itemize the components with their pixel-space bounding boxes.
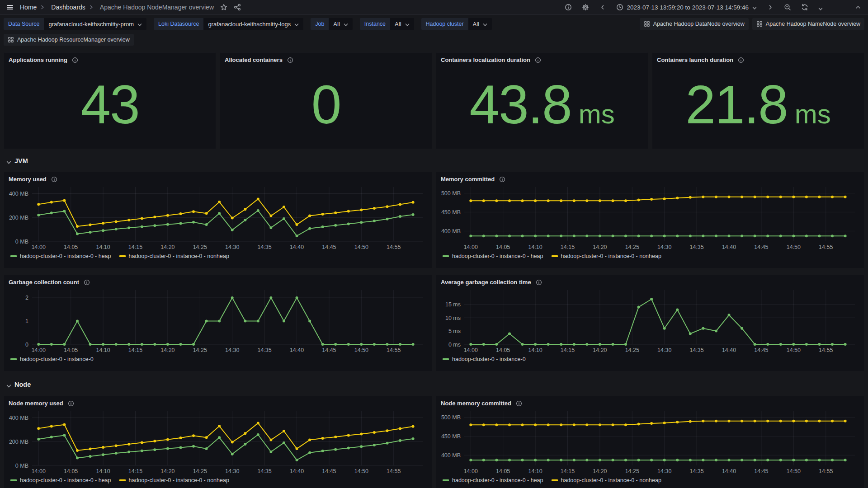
- svg-text:14:40: 14:40: [290, 244, 304, 250]
- panel-title[interactable]: Applications running: [9, 56, 67, 63]
- time-series-plot[interactable]: 14:0014:0514:1014:1514:2014:2514:3014:35…: [441, 286, 859, 354]
- legend-item[interactable]: hadoop-cluster-0 - instance-0 - nonheap: [119, 253, 229, 259]
- refresh-icon[interactable]: [801, 4, 808, 11]
- panel-title[interactable]: Node memory committed: [441, 400, 511, 407]
- info-icon[interactable]: [287, 57, 293, 63]
- legend-label: hadoop-cluster-0 - instance-0 - nonheap: [129, 253, 229, 259]
- svg-text:400 MB: 400 MB: [9, 415, 28, 421]
- svg-text:14:05: 14:05: [496, 468, 510, 474]
- time-series-plot[interactable]: 14:0014:0514:1014:1514:2014:2514:3014:35…: [441, 407, 859, 475]
- panel-title[interactable]: Garbage collection count: [9, 279, 79, 286]
- svg-text:14:55: 14:55: [819, 244, 833, 250]
- svg-text:14:50: 14:50: [787, 347, 801, 353]
- svg-text:14:00: 14:00: [464, 347, 478, 353]
- breadcrumb-dashboards[interactable]: Dashboards: [51, 4, 85, 11]
- legend-item[interactable]: hadoop-cluster-0 - instance-0 - heap: [443, 477, 543, 483]
- time-series-plot[interactable]: 14:0014:0514:1014:1514:2014:2514:3014:35…: [9, 407, 427, 475]
- panel-allocated-containers: Allocated containers 0: [220, 52, 432, 149]
- legend-label: hadoop-cluster-0 - instance-0 - heap: [452, 253, 543, 259]
- job-select[interactable]: All: [329, 18, 352, 30]
- panel-title[interactable]: Average garbage collection time: [441, 279, 531, 286]
- svg-text:14:05: 14:05: [64, 244, 78, 250]
- svg-text:14:05: 14:05: [64, 468, 78, 474]
- time-range-picker[interactable]: 2023-07-13 13:59:20 to 2023-07-13 14:59:…: [616, 4, 757, 11]
- chevron-left-icon[interactable]: [599, 4, 606, 11]
- info-icon[interactable]: [51, 176, 57, 183]
- legend-item[interactable]: hadoop-cluster-0 - instance-0 - heap: [443, 253, 543, 259]
- legend-swatch: [119, 479, 126, 481]
- chart-legend: hadoop-cluster-0 - instance-0 - heaphado…: [441, 475, 859, 483]
- info-icon[interactable]: [499, 176, 505, 183]
- legend-item[interactable]: hadoop-cluster-0 - instance-0 - nonheap: [552, 477, 661, 483]
- panel-title[interactable]: Node memory used: [9, 400, 63, 407]
- stat-panel-row: Applications running 43 Allocated contai…: [4, 52, 864, 149]
- svg-text:14:20: 14:20: [160, 468, 175, 474]
- svg-text:14:00: 14:00: [32, 244, 46, 250]
- panel-containers-localization-duration: Containers localization duration 43.8 ms: [436, 52, 648, 149]
- info-icon[interactable]: [535, 57, 541, 63]
- panel-title[interactable]: Memory used: [9, 176, 47, 183]
- link-resourcemanager-overview[interactable]: Apache Hadoop ResourceManager overview: [4, 34, 134, 46]
- info-circle-icon[interactable]: [565, 4, 572, 11]
- legend-item[interactable]: hadoop-cluster-0 - instance-0: [443, 356, 526, 362]
- panel-title[interactable]: Containers localization duration: [441, 56, 530, 63]
- stat-value: 0: [311, 77, 341, 131]
- section-node[interactable]: Node: [4, 379, 864, 390]
- time-series-plot[interactable]: 14:0014:0514:1014:1514:2014:2514:3014:35…: [9, 286, 427, 354]
- svg-text:14:30: 14:30: [657, 244, 671, 250]
- loki-datasource-select[interactable]: grafanacloud-keithschmitty-logs: [203, 18, 303, 30]
- menu-icon[interactable]: [6, 4, 14, 11]
- svg-text:14:00: 14:00: [32, 347, 46, 353]
- svg-text:5 ms: 5 ms: [448, 328, 461, 334]
- legend-item[interactable]: hadoop-cluster-0 - instance-0 - heap: [10, 253, 111, 259]
- chevron-right-icon[interactable]: [767, 4, 774, 11]
- legend-swatch: [443, 255, 449, 257]
- share-icon[interactable]: [234, 4, 241, 11]
- svg-text:14:55: 14:55: [819, 347, 833, 353]
- info-icon[interactable]: [516, 400, 522, 407]
- legend-item[interactable]: hadoop-cluster-0 - instance-0 - nonheap: [552, 253, 661, 259]
- caret-up-icon[interactable]: [854, 4, 862, 11]
- svg-text:14:15: 14:15: [128, 468, 142, 474]
- legend-label: hadoop-cluster-0 - instance-0 - nonheap: [561, 477, 661, 483]
- info-icon[interactable]: [84, 279, 90, 286]
- gear-icon[interactable]: [582, 4, 589, 11]
- instance-select[interactable]: All: [390, 18, 414, 30]
- apps-grid-icon: [8, 37, 14, 43]
- chevron-down-icon[interactable]: [818, 5, 823, 9]
- svg-text:14:40: 14:40: [290, 347, 304, 353]
- svg-text:14:35: 14:35: [257, 244, 271, 250]
- info-icon[interactable]: [72, 57, 78, 63]
- legend-item[interactable]: hadoop-cluster-0 - instance-0: [10, 356, 94, 362]
- panel-title[interactable]: Memory committed: [441, 176, 495, 183]
- legend-item[interactable]: hadoop-cluster-0 - instance-0 - nonheap: [119, 477, 229, 483]
- link-datanode-overview[interactable]: Apache Hadoop DataNode overview: [640, 18, 749, 30]
- info-icon[interactable]: [536, 279, 542, 286]
- time-series-plot[interactable]: 14:0014:0514:1014:1514:2014:2514:3014:35…: [441, 183, 859, 251]
- link-namenode-overview[interactable]: Apache Hadoop NameNode overview: [752, 18, 864, 30]
- panel-title[interactable]: Allocated containers: [225, 56, 283, 63]
- panel-title[interactable]: Containers launch duration: [657, 56, 733, 63]
- chart-legend: hadoop-cluster-0 - instance-0: [441, 354, 859, 362]
- legend-item[interactable]: hadoop-cluster-0 - instance-0 - heap: [10, 477, 111, 483]
- svg-text:15 ms: 15 ms: [445, 301, 461, 308]
- breadcrumb-current: Apache Hadoop NodeManager overview: [100, 4, 214, 11]
- svg-text:14:20: 14:20: [593, 347, 607, 353]
- svg-text:14:45: 14:45: [754, 347, 768, 353]
- info-icon[interactable]: [738, 57, 744, 63]
- star-icon[interactable]: [220, 4, 227, 11]
- info-icon[interactable]: [68, 400, 74, 407]
- breadcrumb-home[interactable]: Home: [20, 4, 37, 11]
- svg-text:10 ms: 10 ms: [445, 315, 461, 321]
- section-jvm[interactable]: JVM: [4, 155, 864, 167]
- svg-text:14:20: 14:20: [160, 244, 175, 250]
- svg-text:500 MB: 500 MB: [441, 414, 461, 421]
- data-source-select[interactable]: grafanacloud-keithschmitty-prom: [44, 18, 146, 30]
- chevron-down-icon: [6, 382, 11, 387]
- legend-swatch: [443, 479, 449, 481]
- time-series-plot[interactable]: 14:0014:0514:1014:1514:2014:2514:3014:35…: [9, 183, 427, 251]
- svg-text:14:15: 14:15: [561, 244, 575, 250]
- zoom-out-icon[interactable]: [784, 4, 791, 11]
- svg-text:14:30: 14:30: [225, 244, 239, 250]
- hadoop-cluster-select[interactable]: All: [468, 18, 492, 30]
